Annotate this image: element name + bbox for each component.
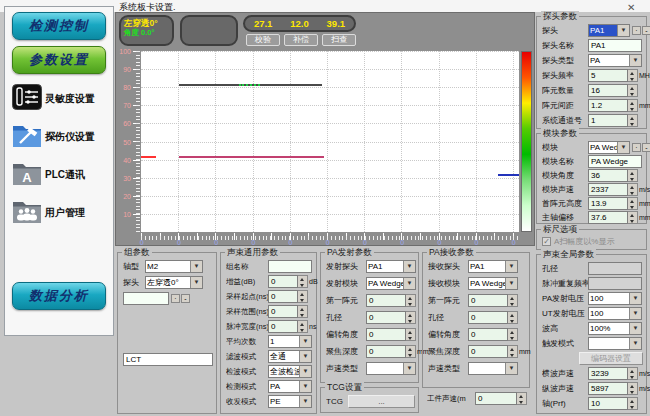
- sidebar-item-sensitivity[interactable]: 灵敏度设置: [5, 80, 113, 118]
- chevron-down-icon[interactable]: ▼: [299, 336, 311, 347]
- echo-signal-line[interactable]: [141, 156, 156, 158]
- combo-box[interactable]: PA▼: [588, 54, 642, 67]
- combo-box[interactable]: 100%▼: [588, 322, 642, 335]
- spin-input[interactable]: 13.9: [588, 197, 638, 210]
- combo-box[interactable]: 100▼: [588, 292, 642, 305]
- chevron-down-icon[interactable]: ▼: [629, 323, 641, 334]
- param-settings-button[interactable]: 参数设置: [12, 46, 106, 74]
- spin-input[interactable]: 0: [268, 275, 308, 288]
- chevron-down-icon[interactable]: ▼: [403, 261, 415, 272]
- mini-remove-button[interactable]: -: [181, 294, 190, 303]
- spin-input[interactable]: 0: [468, 294, 518, 307]
- combo-box[interactable]: PA▼: [268, 380, 312, 393]
- combo-box[interactable]: 全波检波▼: [268, 365, 312, 378]
- spin-down-button[interactable]: [628, 374, 637, 380]
- spin-input[interactable]: 37.6: [588, 211, 638, 224]
- chevron-down-icon[interactable]: ▼: [190, 277, 202, 288]
- list-box[interactable]: LCT: [123, 353, 213, 366]
- mini-add-button[interactable]: ·: [171, 294, 180, 303]
- spin-down-button[interactable]: [508, 301, 517, 307]
- combo-box[interactable]: PA Wedge▼: [366, 277, 416, 290]
- spin-down-button[interactable]: [628, 121, 637, 127]
- chevron-down-icon[interactable]: ▼: [403, 278, 415, 289]
- mini-add-button[interactable]: ·: [632, 143, 641, 152]
- combo-box[interactable]: ▼: [366, 362, 416, 375]
- chevron-down-icon[interactable]: ▼: [629, 308, 641, 319]
- combo-box[interactable]: ▼: [588, 337, 642, 350]
- spin-down-button[interactable]: [508, 335, 517, 341]
- spin-input[interactable]: 0: [468, 311, 518, 324]
- close-icon[interactable]: ✕: [627, 2, 635, 13]
- chevron-down-icon[interactable]: ▼: [190, 261, 202, 272]
- chevron-down-icon[interactable]: ▼: [617, 142, 629, 153]
- spin-down-button[interactable]: [628, 204, 637, 210]
- combo-box[interactable]: PA Wedge▼: [468, 277, 518, 290]
- chevron-down-icon[interactable]: ▼: [505, 363, 517, 374]
- combo-box[interactable]: PA1▼: [366, 260, 416, 273]
- spin-down-button[interactable]: [628, 106, 637, 112]
- spin-input[interactable]: 0: [268, 290, 308, 303]
- spin-down-button[interactable]: [508, 318, 517, 324]
- spin-input[interactable]: 0: [475, 392, 527, 405]
- mini-remove-button[interactable]: -: [642, 26, 650, 35]
- spin-down-button[interactable]: [508, 352, 517, 358]
- combo-box[interactable]: 100▼: [588, 307, 642, 320]
- spin-down-button[interactable]: [628, 218, 637, 224]
- spin-input[interactable]: 0: [468, 345, 518, 358]
- chevron-down-icon[interactable]: ▼: [299, 351, 311, 362]
- combo-box[interactable]: PA1▼: [468, 260, 518, 273]
- gate-b-line[interactable]: [179, 156, 325, 158]
- text-input[interactable]: [268, 260, 312, 273]
- spin-input[interactable]: 1.2: [588, 99, 638, 112]
- spin-down-button[interactable]: [628, 91, 637, 97]
- spin-input[interactable]: 0: [268, 320, 308, 333]
- text-input[interactable]: PA Wedge: [588, 155, 642, 168]
- chevron-down-icon[interactable]: ▼: [505, 261, 517, 272]
- text-input[interactable]: [123, 292, 169, 305]
- combo-box[interactable]: 1▼: [268, 335, 312, 348]
- spin-down-button[interactable]: [517, 399, 526, 405]
- combo-box[interactable]: 左穿透0°▼: [145, 276, 203, 289]
- spin-input[interactable]: 16: [588, 84, 638, 97]
- spin-down-button[interactable]: [628, 190, 637, 196]
- spin-input[interactable]: 10: [588, 397, 638, 410]
- spin-down-button[interactable]: [628, 389, 637, 395]
- spin-down-button[interactable]: [298, 327, 307, 333]
- spin-down-button[interactable]: [406, 301, 415, 307]
- combo-box[interactable]: PE▼: [268, 395, 312, 408]
- spin-down-button[interactable]: [406, 318, 415, 324]
- spin-down-button[interactable]: [628, 76, 637, 82]
- chevron-down-icon[interactable]: ▼: [629, 55, 641, 66]
- mini-add-button[interactable]: ·: [632, 26, 641, 35]
- spin-down-button[interactable]: [298, 297, 307, 303]
- spin-input[interactable]: 0: [366, 294, 416, 307]
- mini-remove-button[interactable]: -: [642, 143, 650, 152]
- combo-box[interactable]: M2▼: [145, 260, 203, 273]
- spin-down-button[interactable]: [406, 352, 415, 358]
- chevron-down-icon[interactable]: ▼: [299, 396, 311, 407]
- gate-c-line[interactable]: [498, 174, 519, 176]
- combo-box[interactable]: 全通▼: [268, 350, 312, 363]
- spin-down-button[interactable]: [628, 404, 637, 410]
- detect-control-button[interactable]: 检测控制: [12, 12, 106, 40]
- compensate-button[interactable]: 补偿: [284, 34, 318, 46]
- spin-input[interactable]: 5897: [588, 382, 638, 395]
- chevron-down-icon[interactable]: ▼: [505, 278, 517, 289]
- spin-down-button[interactable]: [298, 282, 307, 288]
- scan-button[interactable]: 扫查: [322, 34, 356, 46]
- spin-input[interactable]: 36: [588, 169, 638, 182]
- gate-a-marks[interactable]: [239, 84, 260, 86]
- text-input[interactable]: PA1: [588, 39, 642, 52]
- chevron-down-icon[interactable]: ▼: [299, 366, 311, 377]
- spin-down-button[interactable]: [628, 176, 637, 182]
- spin-down-button[interactable]: [406, 335, 415, 341]
- chevron-down-icon[interactable]: ▼: [617, 25, 629, 36]
- spin-input[interactable]: 1: [588, 114, 638, 127]
- combo-box[interactable]: ▼: [468, 362, 518, 375]
- sidebar-item-flaw-detector[interactable]: 探伤仪设置: [5, 118, 113, 156]
- tcg-curve-button[interactable]: ...: [348, 395, 415, 408]
- combo-box[interactable]: PA1▼: [588, 24, 630, 37]
- spin-input[interactable]: 2337: [588, 183, 638, 196]
- verify-button[interactable]: 校验: [246, 34, 280, 46]
- spin-input[interactable]: 0: [366, 328, 416, 341]
